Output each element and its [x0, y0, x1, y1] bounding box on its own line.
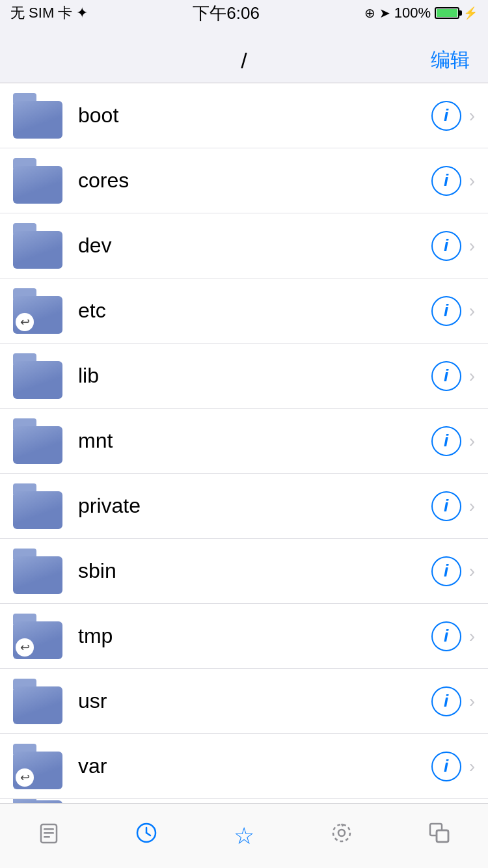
svg-line-6: [146, 833, 150, 835]
nav-title: /: [241, 48, 247, 74]
folder-icon: [13, 418, 62, 464]
folder-icon: [13, 353, 62, 399]
info-button[interactable]: i: [431, 621, 461, 651]
row-actions: i›: [431, 752, 475, 781]
chevron-right-icon: ›: [469, 170, 475, 191]
status-bar: 无 SIM 卡 ✦ 下午6:06 ⊕ ➤ 100% ⚡: [0, 0, 488, 26]
folder-icon: ↩: [13, 614, 62, 659]
svg-rect-2: [44, 832, 54, 834]
info-button[interactable]: i: [431, 752, 461, 781]
list-item[interactable]: usri›: [0, 669, 488, 734]
charging-icon: ⚡: [463, 6, 478, 20]
status-time: 下午6:06: [193, 2, 260, 25]
list-item[interactable]: ↩etci›: [0, 278, 488, 344]
file-name: tmp: [78, 624, 431, 648]
battery-icon: [435, 7, 459, 19]
folder-icon: [13, 549, 62, 594]
folder-icon: ↩: [13, 288, 62, 334]
list-item[interactable]: ↩tmpi›: [0, 604, 488, 669]
symlink-icon: ↩: [16, 768, 34, 787]
info-button[interactable]: i: [431, 686, 461, 716]
edit-button[interactable]: 编辑: [431, 47, 470, 74]
file-name: etc: [78, 299, 431, 323]
row-actions: i›: [431, 166, 475, 196]
chevron-right-icon: ›: [469, 236, 475, 256]
chevron-right-icon: ›: [469, 756, 475, 777]
list-item[interactable]: libi›: [0, 344, 488, 409]
nav-bar: / 编辑: [0, 26, 488, 83]
row-actions: i›: [431, 491, 475, 521]
status-carrier: 无 SIM 卡 ✦: [10, 3, 88, 23]
symlink-icon: ↩: [16, 638, 34, 657]
chevron-right-icon: ›: [469, 496, 475, 517]
file-name: dev: [78, 234, 431, 258]
info-button[interactable]: i: [431, 101, 461, 131]
chevron-right-icon: ›: [469, 105, 475, 126]
row-actions: i›: [431, 361, 475, 391]
location-icon: ⊕: [364, 5, 375, 21]
list-item[interactable]: coresi›: [0, 148, 488, 213]
svg-rect-10: [437, 830, 448, 842]
symlink-icon: ↩: [16, 313, 34, 331]
chevron-right-icon: ›: [469, 561, 475, 582]
list-item[interactable]: devi›: [0, 213, 488, 278]
file-name: usr: [78, 689, 431, 713]
file-name: private: [78, 494, 431, 518]
info-button[interactable]: i: [431, 231, 461, 261]
folder-icon: [13, 223, 62, 269]
folder-icon: [13, 679, 62, 724]
row-actions: i›: [431, 426, 475, 456]
info-button[interactable]: i: [431, 426, 461, 456]
row-actions: i›: [431, 686, 475, 716]
svg-point-8: [333, 824, 350, 841]
chevron-right-icon: ›: [469, 431, 475, 452]
file-name: mnt: [78, 429, 431, 453]
chevron-right-icon: ›: [469, 301, 475, 321]
folder-icon: [13, 158, 62, 204]
row-actions: i›: [431, 296, 475, 326]
row-actions: i›: [431, 621, 475, 651]
tab-windows[interactable]: [400, 821, 478, 850]
info-button[interactable]: i: [431, 556, 461, 586]
tab-files[interactable]: [10, 822, 88, 850]
star-icon: ☆: [234, 824, 254, 848]
chevron-right-icon: ›: [469, 366, 475, 387]
file-name: var: [78, 754, 431, 778]
info-button[interactable]: i: [431, 491, 461, 521]
files-icon: [37, 822, 61, 850]
file-name: boot: [78, 103, 431, 128]
file-name: sbin: [78, 559, 431, 583]
chevron-right-icon: ›: [469, 626, 475, 647]
svg-point-7: [338, 830, 345, 836]
svg-rect-1: [44, 828, 54, 830]
windows-icon: [427, 821, 451, 850]
folder-icon: [13, 93, 62, 139]
row-actions: i›: [431, 556, 475, 586]
list-item[interactable]: ↩vari›: [0, 734, 488, 799]
row-actions: i›: [431, 231, 475, 261]
tab-recents[interactable]: [107, 821, 185, 850]
file-name: cores: [78, 169, 431, 193]
tab-favorites[interactable]: ☆: [205, 824, 283, 848]
svg-rect-3: [44, 836, 50, 838]
list-item[interactable]: booti›: [0, 83, 488, 148]
file-list: booti›coresi›devi›↩etci›libi›mnti›privat…: [0, 83, 488, 832]
row-actions: i›: [431, 101, 475, 131]
list-item[interactable]: mnti›: [0, 409, 488, 474]
list-item[interactable]: privatei›: [0, 474, 488, 539]
tab-bar: ☆: [0, 803, 488, 868]
clock-icon: [135, 821, 158, 850]
info-button[interactable]: i: [431, 296, 461, 326]
chevron-right-icon: ›: [469, 691, 475, 712]
folder-icon: ↩: [13, 744, 62, 789]
folder-icon: [13, 483, 62, 529]
gear-icon: [330, 821, 353, 850]
info-button[interactable]: i: [431, 166, 461, 196]
tab-settings[interactable]: [303, 821, 381, 850]
location-arrow-icon: ➤: [379, 5, 390, 21]
file-name: lib: [78, 364, 431, 388]
status-indicators: ⊕ ➤ 100% ⚡: [364, 5, 478, 21]
info-button[interactable]: i: [431, 361, 461, 391]
list-item[interactable]: sbini›: [0, 539, 488, 604]
battery-percent: 100%: [394, 5, 431, 21]
